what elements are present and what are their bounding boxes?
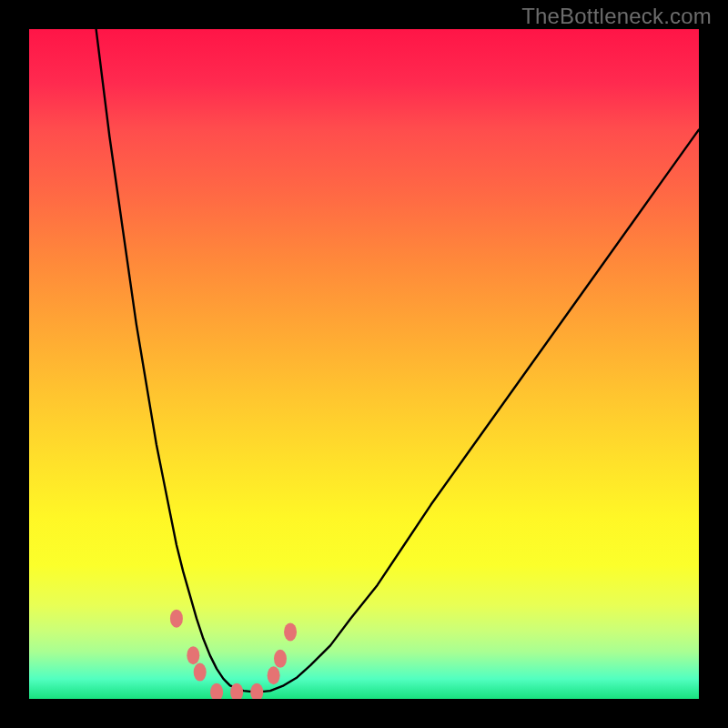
watermark-text: TheBottleneck.com bbox=[521, 4, 712, 29]
marker-dot bbox=[250, 683, 263, 699]
notch-markers bbox=[170, 610, 297, 699]
marker-dot bbox=[187, 646, 199, 664]
marker-dot bbox=[210, 683, 223, 699]
marker-dot bbox=[170, 610, 183, 628]
marker-dot bbox=[268, 666, 280, 684]
bottleneck-curve-chart bbox=[29, 29, 699, 699]
curve-layer bbox=[96, 29, 699, 693]
chart-frame: TheBottleneck.com bbox=[0, 0, 728, 728]
bottleneck-curve bbox=[96, 29, 699, 693]
plot-area bbox=[29, 29, 699, 699]
marker-dot bbox=[274, 650, 287, 668]
marker-dot bbox=[194, 663, 207, 682]
marker-dot bbox=[284, 622, 297, 641]
